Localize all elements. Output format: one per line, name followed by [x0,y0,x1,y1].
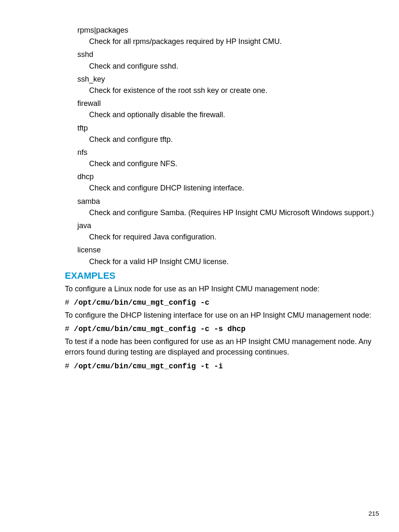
def-desc: Check and configure sshd. [89,61,380,72]
page-number: 215 [368,510,379,517]
def-term: license [77,245,380,255]
example-intro-text: To test if a node has been configured fo… [65,337,380,357]
command-prompt: # [65,298,74,307]
def-term: sshd [77,49,380,60]
definition-list: rpms|packages Check for all rpms/package… [77,25,380,267]
def-desc: Check and configure tftp. [89,134,380,145]
def-term: dhcp [77,172,380,182]
example-command: # /opt/cmu/bin/cmu_mgt_config -c -s dhcp [65,323,380,335]
command-prompt: # [65,325,74,333]
example-intro-text: To configure the DHCP listening interfac… [65,310,380,321]
def-desc: Check and configure DHCP listening inter… [89,183,380,193]
def-term: firewall [77,98,380,109]
def-term: samba [77,196,380,207]
def-desc: Check for a valid HP Insight CMU license… [89,257,380,267]
def-term: ssh_key [77,74,380,85]
def-desc: Check and configure Samba. (Requires HP … [89,208,380,218]
def-desc: Check and configure NFS. [89,159,380,169]
command-text: /opt/cmu/bin/cmu_mgt_config -c [74,298,210,307]
example-intro-text: To configure a Linux node for use as an … [65,284,380,294]
def-desc: Check and optionally disable the firewal… [89,110,380,120]
def-term: nfs [77,147,380,158]
examples-heading: EXAMPLES [65,270,380,281]
def-term: java [77,221,380,231]
page-content: rpms|packages Check for all rpms/package… [0,0,399,372]
command-text: /opt/cmu/bin/cmu_mgt_config -t -i [74,362,223,370]
def-desc: Check for existence of the root ssh key … [89,85,380,96]
command-prompt: # [65,362,74,370]
def-term: tftp [77,123,380,134]
example-command: # /opt/cmu/bin/cmu_mgt_config -t -i [65,360,380,372]
def-desc: Check for required Java configuration. [89,232,380,242]
def-desc: Check for all rpms/packages required by … [89,36,380,47]
example-command: # /opt/cmu/bin/cmu_mgt_config -c [65,297,380,308]
def-term: rpms|packages [77,25,380,36]
command-text: /opt/cmu/bin/cmu_mgt_config -c -s dhcp [74,325,246,333]
